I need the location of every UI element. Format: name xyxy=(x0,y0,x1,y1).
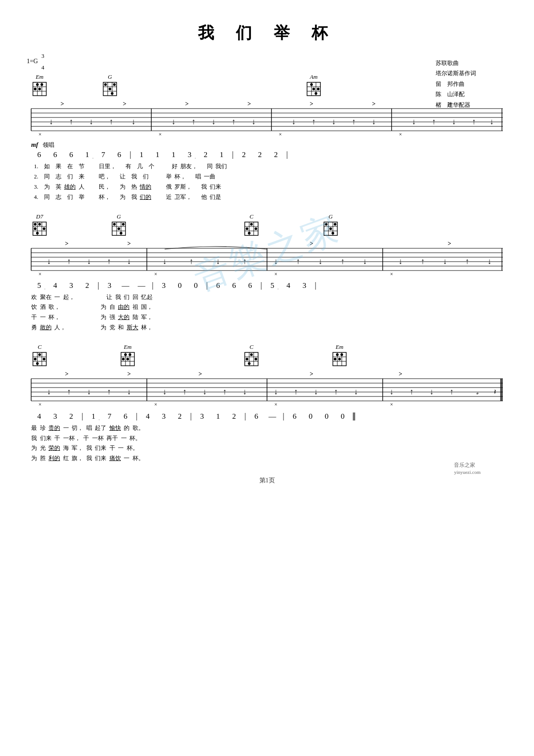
note-0-3: 0 xyxy=(303,412,319,421)
svg-point-177 xyxy=(340,353,343,356)
svg-point-96 xyxy=(248,232,251,234)
bar-7: | xyxy=(258,281,264,290)
svg-point-7 xyxy=(34,88,36,90)
main-content: 音樂之家 我 们 举 杯 苏联歌曲 塔尔诺斯基作词 留 邦作曲 陈 山泽配 楮 … xyxy=(27,22,507,485)
svg-text:>: > xyxy=(127,371,131,377)
note-2-2: 2 xyxy=(236,150,252,159)
svg-point-94 xyxy=(246,227,248,230)
svg-text:↑: ↑ xyxy=(296,257,300,266)
note-6-9: 6 xyxy=(287,412,303,421)
lyrics-row-2a: 2. 同 志 们 来 吧， 让 我 们 举 杯， 唱 一曲 xyxy=(27,172,507,182)
svg-point-75 xyxy=(38,223,41,226)
lyrics-row-4c: 为 胜 利的 红 旗， 我 们来 痛饮 一 杯。 xyxy=(27,454,507,463)
chord-c1-label: C xyxy=(250,213,254,220)
svg-text:↓: ↓ xyxy=(488,257,492,266)
page-title: 我 们 举 杯 xyxy=(27,22,507,44)
chord-g-diagram xyxy=(101,81,118,97)
svg-text:↑: ↑ xyxy=(67,387,71,396)
svg-text:↓: ↓ xyxy=(87,387,91,396)
svg-text:↓: ↓ xyxy=(363,257,367,266)
svg-point-26 xyxy=(315,92,317,95)
svg-text:↓: ↓ xyxy=(443,257,447,266)
chord-em3: Em xyxy=(331,344,348,368)
chord-c3-label: C xyxy=(250,344,254,351)
svg-text:↑: ↑ xyxy=(107,257,111,266)
note-3-6: 3 xyxy=(156,412,172,421)
svg-text:×: × xyxy=(279,131,282,137)
note-3-5: 3 xyxy=(47,412,63,421)
svg-text:↓: ↓ xyxy=(452,117,456,126)
svg-point-170 xyxy=(248,362,251,365)
svg-text:↑: ↑ xyxy=(472,117,476,126)
svg-text:>: > xyxy=(247,101,251,107)
svg-point-25 xyxy=(317,88,320,90)
footer-logo: 音乐之家 yinyuezi.com xyxy=(454,461,481,476)
svg-text:↑: ↑ xyxy=(410,387,414,396)
svg-text:↓: ↓ xyxy=(274,387,278,396)
svg-text:↓: ↓ xyxy=(89,117,93,126)
note-2-7: 2 xyxy=(172,412,188,421)
chord-em2-label: Em xyxy=(124,344,131,351)
svg-text:>: > xyxy=(310,101,313,107)
svg-text:>: > xyxy=(61,101,64,107)
note-1-6: 1 xyxy=(210,412,226,421)
svg-point-160 xyxy=(122,358,125,360)
chord-c2: C xyxy=(31,344,48,368)
svg-point-15 xyxy=(113,83,116,86)
svg-text:↓: ↓ xyxy=(314,387,318,396)
note-1-dot: 1· xyxy=(79,150,95,159)
notation-row-2: 5· 4 3 2 | 3 — — | 3 0 0 | 6 6 6 | 5· 4 … xyxy=(27,281,507,290)
svg-text:↓: ↓ xyxy=(252,117,256,126)
svg-text:>: > xyxy=(310,371,313,377)
note-2-6: 2 xyxy=(63,412,79,421)
svg-text:↑: ↑ xyxy=(312,117,316,126)
page: 音樂之家 我 们 举 杯 苏联歌曲 塔尔诺斯基作词 留 邦作曲 陈 山泽配 楮 … xyxy=(0,0,534,756)
svg-text:×: × xyxy=(154,271,158,277)
note-1-3: 1 xyxy=(150,150,166,159)
bar-10: | xyxy=(134,412,140,421)
svg-point-86 xyxy=(117,227,120,230)
note-0-5: 0 xyxy=(335,412,351,421)
lyrics-row-4b: 勇 敢的 人， 为 党 和 斯大 林， xyxy=(27,323,507,332)
svg-point-152 xyxy=(36,362,39,365)
chord-em3-diagram xyxy=(331,351,348,368)
page-footer: 第1页 xyxy=(27,477,507,485)
lyrics-row-3a: 3. 为 英 雄的 人 民， 为 热 情的 俄 罗斯， 我 们来 xyxy=(27,182,507,192)
section-label: 领唱 xyxy=(43,141,54,149)
note-1-2: 1 xyxy=(134,150,150,159)
bar-5: | xyxy=(150,281,156,290)
page-number: 第1页 xyxy=(259,477,275,484)
svg-text:>: > xyxy=(185,101,189,107)
chord-d7: D7 xyxy=(31,213,48,237)
note-6-long: 6 xyxy=(248,412,264,421)
svg-point-5 xyxy=(36,83,39,86)
credit-line2: 塔尔诺斯基作词 xyxy=(436,68,476,78)
note-6-5: 6 xyxy=(210,281,226,290)
svg-text:×: × xyxy=(154,401,158,408)
note-4-1: 4 xyxy=(47,281,63,290)
notation-row-3: 4 3 2 | 1· 7 6 | 4 3 2 | 3 1 2 | 6 — | 6 xyxy=(27,411,507,421)
bar-14: ‖ xyxy=(351,411,357,421)
chord-c1-diagram xyxy=(243,220,260,237)
note-7-2: 7 xyxy=(101,412,117,421)
chord-em-diagram xyxy=(31,81,48,97)
svg-text:↑: ↑ xyxy=(294,387,298,396)
note-2-1: 2 xyxy=(198,150,214,159)
section-3: C Em xyxy=(27,344,507,463)
svg-text:×: × xyxy=(39,401,42,408)
svg-text:↓: ↓ xyxy=(430,387,434,396)
note-3-2: 3 xyxy=(101,281,117,290)
svg-text:↑: ↑ xyxy=(223,387,227,396)
svg-text:↑: ↑ xyxy=(190,257,194,266)
svg-text:↑: ↑ xyxy=(465,257,469,266)
note-2-8: 2 xyxy=(226,412,242,421)
lyrics-row-1c: 最 珍 贵的 一 切， 唱 起了 愉快 的 歌。 xyxy=(27,424,507,433)
svg-text:↓: ↓ xyxy=(47,387,51,396)
chord-c1: C xyxy=(243,213,260,237)
svg-point-95 xyxy=(255,227,257,230)
bar-9: | xyxy=(79,412,85,421)
bar-8: | xyxy=(312,281,319,290)
svg-text:↑: ↑ xyxy=(243,257,247,266)
key-label: 1=G xyxy=(27,58,38,65)
svg-text:↓: ↓ xyxy=(163,257,167,266)
